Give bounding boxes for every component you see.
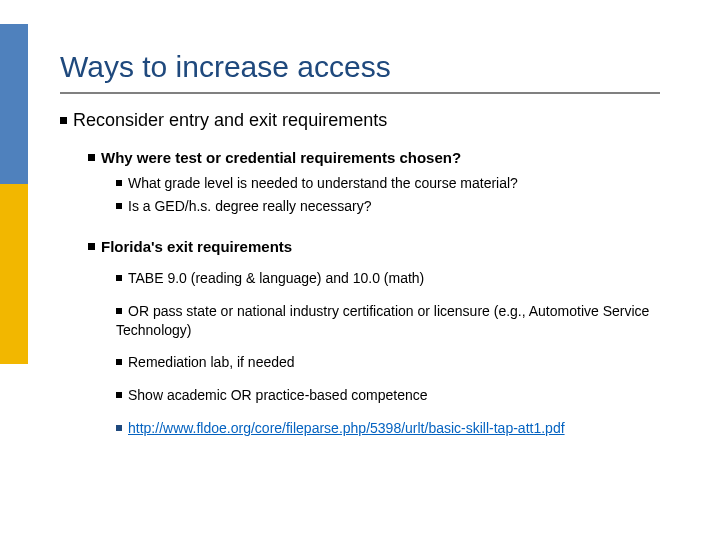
bullet-text: Remediation lab, if needed [128,354,295,370]
bullet-text: Show academic OR practice-based competen… [128,387,428,403]
bullet-icon [116,392,122,398]
bullet-text: Is a GED/h.s. degree really necessary? [128,198,372,214]
bullet-icon [116,359,122,365]
bullet-text: Why were test or credential requirements… [101,149,461,166]
bullet-l3: What grade level is needed to understand… [116,174,688,193]
accent-bar-blue [0,24,28,184]
bullet-icon [116,275,122,281]
bullet-text: TABE 9.0 (reading & language) and 10.0 (… [128,270,424,286]
bullet-icon [116,425,122,431]
bullet-icon [116,180,122,186]
bullet-text: What grade level is needed to understand… [128,175,518,191]
bullet-l1: Reconsider entry and exit requirements [60,110,688,131]
bullet-icon [116,308,122,314]
slide: Ways to increase access Reconsider entry… [0,0,720,540]
bullet-icon [60,117,67,124]
bullet-l3: Show academic OR practice-based competen… [116,386,688,405]
bullet-l3: Is a GED/h.s. degree really necessary? [116,197,688,216]
bullet-l2: Florida's exit requirements [88,238,688,255]
bullet-link[interactable]: http://www.fldoe.org/core/fileparse.php/… [116,419,688,438]
bullet-text: Florida's exit requirements [101,238,292,255]
slide-title: Ways to increase access [60,50,688,84]
bullet-text: Reconsider entry and exit requirements [73,110,387,130]
accent-bar-gold [0,184,28,364]
link-text: http://www.fldoe.org/core/fileparse.php/… [128,420,565,436]
bullet-icon [116,203,122,209]
bullet-l3: TABE 9.0 (reading & language) and 10.0 (… [116,269,688,288]
bullet-l3: Remediation lab, if needed [116,353,688,372]
bullet-l2: Why were test or credential requirements… [88,149,688,166]
bullet-l3: OR pass state or national industry certi… [116,302,688,340]
bullet-text: OR pass state or national industry certi… [116,303,649,338]
content: Ways to increase access Reconsider entry… [60,50,688,442]
title-rule [60,92,660,94]
bullet-icon [88,243,95,250]
bullet-icon [88,154,95,161]
